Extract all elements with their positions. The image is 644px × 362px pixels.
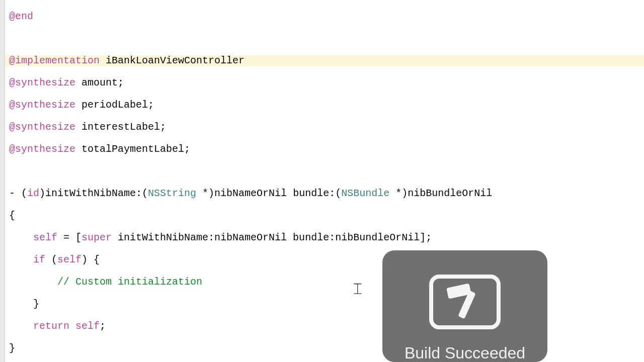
code-text: {: [9, 210, 15, 221]
build-status-text: Build Succeeded: [405, 344, 525, 362]
highlighted-line: @implementation iBankLoanViewController: [0, 55, 644, 66]
code-keyword: if: [33, 254, 45, 265]
code-text: }: [9, 342, 15, 354]
hammer-icon: [429, 275, 501, 329]
code-editor[interactable]: @end @implementation iBankLoanViewContro…: [0, 0, 644, 362]
code-text: [9, 232, 33, 243]
code-keyword: super: [82, 232, 112, 243]
code-text: interestLabel;: [75, 121, 166, 133]
editor-gutter: [0, 0, 5, 362]
code-text: iBankLoanViewController: [100, 55, 245, 66]
code-text: }: [9, 298, 39, 310]
code-keyword: return: [33, 320, 69, 332]
code-text: - (: [9, 188, 27, 199]
code-text: = [: [57, 232, 82, 243]
code-text: ;: [100, 320, 106, 332]
code-comment: // Custom initialization: [57, 276, 202, 288]
code-keyword: id: [27, 188, 39, 199]
code-text: periodLabel;: [75, 99, 154, 111]
code-keyword: self: [57, 254, 82, 265]
code-keyword: @synthesize: [9, 99, 75, 111]
code-keyword: @synthesize: [9, 143, 75, 155]
text-cursor-icon: ⌶: [354, 282, 362, 296]
code-text: [9, 254, 33, 265]
code-type: NSBundle: [341, 188, 389, 199]
code-keyword: @synthesize: [9, 121, 75, 133]
code-keyword: self: [33, 232, 57, 243]
build-notification-bezel: Build Succeeded: [382, 250, 547, 362]
code-text: [9, 276, 57, 288]
code-keyword: @implementation: [9, 55, 100, 66]
code-text: (: [45, 254, 57, 265]
code-keyword: @end: [9, 11, 33, 22]
code-text: totalPaymentLabel;: [75, 143, 190, 155]
code-text: [9, 320, 33, 332]
code-text: amount;: [75, 77, 124, 88]
code-text: *)nibNameOrNil bundle:(: [196, 188, 341, 199]
code-keyword: @synthesize: [9, 77, 75, 88]
code-text: )initWithNibName:(: [39, 188, 148, 199]
code-text: [69, 320, 75, 332]
code-keyword: self: [75, 320, 100, 332]
code-text: *)nibBundleOrNil: [389, 188, 492, 199]
code-text: ) {: [82, 254, 100, 265]
code-text: initWithNibName:nibNameOrNil bundle:nibB…: [112, 232, 432, 243]
code-type: NSString: [148, 188, 196, 199]
